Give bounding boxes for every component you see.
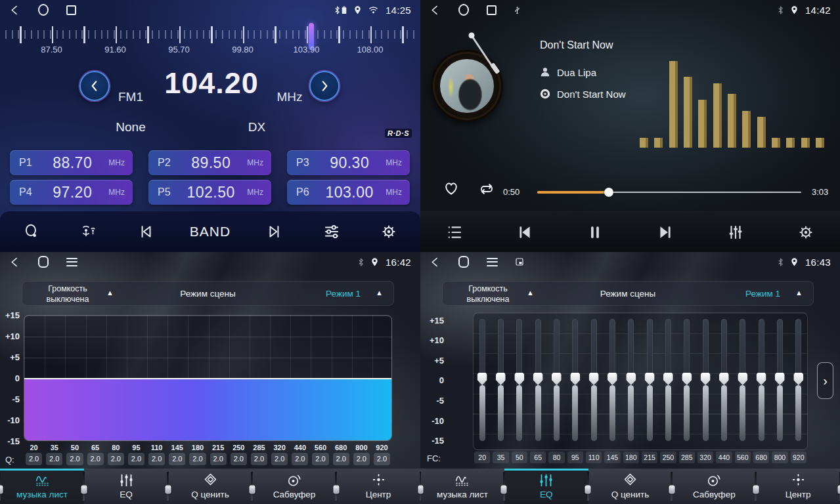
eq-band-slider[interactable] [659, 319, 677, 441]
q-value-button[interactable]: 2.0 [148, 453, 165, 465]
eq-band-slider[interactable] [585, 319, 603, 441]
slider-thumb[interactable] [757, 373, 766, 385]
q-value-button[interactable]: 2.0 [128, 453, 144, 465]
pause-button[interactable] [582, 218, 608, 247]
q-value-button[interactable]: 2.0 [333, 453, 349, 465]
q-value-button[interactable]: 2.0 [169, 453, 185, 465]
eq-band-slider[interactable] [529, 319, 547, 441]
q-value-button[interactable]: 2.0 [374, 453, 390, 465]
slider-thumb[interactable] [496, 373, 506, 385]
settings-button[interactable] [376, 217, 402, 246]
slider-track[interactable] [647, 319, 653, 441]
nav-home-icon[interactable] [458, 256, 469, 268]
tab-q-value[interactable]: Q ценить [588, 469, 673, 504]
slider-thumb[interactable] [682, 373, 692, 385]
progress-thumb[interactable] [604, 188, 613, 197]
slider-track[interactable] [591, 319, 597, 441]
q-value-button[interactable]: 2.0 [292, 453, 308, 465]
nav-back-icon[interactable] [9, 5, 20, 16]
prev-station-button[interactable] [133, 217, 159, 246]
nav-back-icon[interactable] [430, 257, 441, 268]
slider-track[interactable] [777, 319, 783, 441]
slider-track[interactable] [721, 319, 727, 441]
nav-recents-icon[interactable] [487, 5, 497, 15]
eq-band-slider[interactable] [752, 319, 770, 441]
q-value-button[interactable]: 2.0 [231, 453, 247, 465]
q-value-button[interactable]: 2.0 [66, 453, 83, 465]
slider-thumb[interactable] [552, 373, 562, 385]
q-value-button[interactable]: 2.0 [87, 453, 104, 465]
playlist-button[interactable] [441, 218, 468, 247]
preset-button[interactable]: P5 102.50 MHz [148, 180, 271, 205]
slider-thumb[interactable] [477, 373, 487, 385]
preset-button[interactable]: P3 90.30 MHz [287, 150, 410, 175]
eq-band-slider[interactable] [678, 319, 696, 441]
preset-button[interactable]: P6 103.00 MHz [287, 180, 410, 205]
slider-track[interactable] [684, 319, 690, 441]
tuning-scale[interactable]: 87.5091.6095.7099.80103.90108.00 [0, 21, 420, 55]
preset-button[interactable]: P1 88.70 MHz [10, 150, 133, 175]
slider-thumb[interactable] [533, 373, 543, 385]
slider-track[interactable] [740, 319, 745, 441]
eq-band-slider[interactable] [491, 319, 510, 441]
eq-band-slider[interactable] [715, 319, 733, 441]
slider-thumb[interactable] [719, 373, 729, 385]
progress-bar[interactable] [537, 189, 801, 196]
nav-recents-icon[interactable] [66, 5, 76, 15]
q-value-button[interactable]: 2.0 [210, 453, 227, 465]
tab-center[interactable]: Центр [756, 469, 840, 504]
eq-band-slider[interactable] [603, 319, 621, 441]
q-value-button[interactable]: 2.0 [353, 453, 370, 465]
slider-thumb[interactable] [514, 373, 524, 385]
q-value-button[interactable]: 2.0 [312, 453, 328, 465]
tab-center[interactable]: Центр [336, 469, 420, 504]
settings-button[interactable] [793, 218, 819, 247]
favorite-button[interactable] [442, 180, 460, 200]
slider-track[interactable] [498, 319, 504, 441]
slider-track[interactable] [795, 319, 801, 441]
slider-track[interactable] [554, 319, 560, 441]
equalizer-button[interactable] [319, 217, 345, 246]
slider-track[interactable] [572, 319, 578, 441]
eq-band-slider[interactable] [510, 319, 529, 441]
nav-home-icon[interactable] [38, 256, 49, 268]
prev-track-button[interactable] [512, 218, 538, 247]
eq-band-slider[interactable] [734, 319, 752, 441]
slider-track[interactable] [479, 319, 485, 441]
tone-button[interactable] [722, 218, 749, 247]
slider-track[interactable] [516, 319, 522, 441]
slider-thumb[interactable] [738, 373, 747, 385]
slider-thumb[interactable] [589, 373, 599, 385]
q-value-button[interactable]: 2.0 [108, 453, 124, 465]
q-value-button[interactable]: 2.0 [46, 453, 62, 465]
preset-button[interactable]: P4 97.20 MHz [10, 180, 133, 205]
scan-button[interactable] [18, 217, 45, 246]
scene-mode-button[interactable]: Режим 1 ▲ [269, 282, 393, 305]
eq-band-slider[interactable] [473, 319, 491, 441]
band-button[interactable]: BAND [190, 217, 231, 246]
q-value-button[interactable]: 2.0 [271, 453, 288, 465]
tab-eq[interactable]: EQ [504, 469, 588, 504]
tab-music-list[interactable]: музыка лист [0, 469, 84, 504]
tab-music-list[interactable]: музыка лист [420, 469, 504, 504]
eq-band-slider[interactable] [789, 319, 808, 441]
preset-button[interactable]: P2 89.50 MHz [148, 150, 271, 175]
eq-band-slider[interactable] [547, 319, 565, 441]
next-track-button[interactable] [652, 218, 678, 247]
next-page-button[interactable]: › [817, 362, 833, 399]
slider-thumb[interactable] [775, 373, 785, 385]
slider-track[interactable] [535, 319, 541, 441]
nav-back-icon[interactable] [430, 5, 441, 16]
next-station-button[interactable] [261, 217, 288, 246]
slider-thumb[interactable] [793, 373, 803, 385]
slider-track[interactable] [628, 319, 634, 441]
slider-thumb[interactable] [645, 373, 655, 385]
q-value-button[interactable]: 2.0 [26, 453, 42, 465]
nav-menu-icon[interactable] [66, 258, 77, 266]
nav-menu-icon[interactable] [487, 258, 498, 266]
nav-home-icon[interactable] [38, 4, 49, 16]
slider-track[interactable] [609, 319, 615, 441]
nav-back-icon[interactable] [9, 257, 20, 268]
broadcast-button[interactable] [76, 217, 102, 246]
q-value-button[interactable]: 2.0 [251, 453, 267, 465]
